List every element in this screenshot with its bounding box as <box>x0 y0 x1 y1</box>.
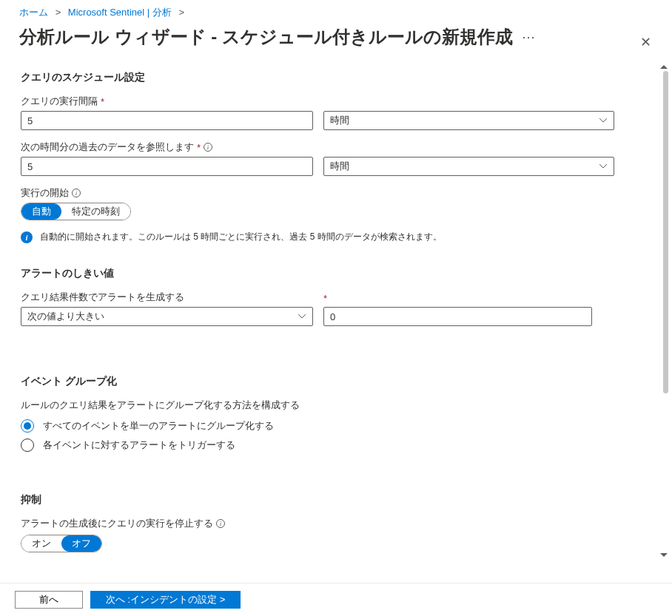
chevron-down-icon <box>599 116 608 125</box>
required-mark: * <box>197 142 201 153</box>
lookback-value-text: 5 <box>27 161 33 172</box>
scrollbar-thumb[interactable] <box>663 71 668 393</box>
run-start-specific[interactable]: 特定の時刻 <box>61 203 130 220</box>
scroll-down-icon[interactable] <box>660 553 668 557</box>
grouping-each-label: 各イベントに対するアラートをトリガーする <box>43 439 235 452</box>
next-button[interactable]: 次へ :インシデントの設定 > <box>90 591 241 609</box>
chevron-down-icon <box>298 312 306 321</box>
run-start-auto[interactable]: 自動 <box>21 203 61 220</box>
radio-unchecked-icon <box>21 439 34 452</box>
section-title-grouping: イベント グループ化 <box>21 375 622 388</box>
suppression-toggle: オン オフ <box>21 535 102 552</box>
info-icon[interactable]: i <box>204 143 212 152</box>
chevron-down-icon <box>599 162 608 171</box>
lookback-value-input[interactable]: 5 <box>21 157 313 176</box>
interval-value-text: 5 <box>27 115 33 126</box>
interval-label: クエリの実行間隔 <box>21 95 98 108</box>
section-title-schedule: クエリのスケジュール設定 <box>21 71 622 84</box>
interval-unit-text: 時間 <box>330 114 349 127</box>
section-title-threshold: アラートのしきい値 <box>21 267 622 280</box>
run-start-toggle: 自動 特定の時刻 <box>21 203 131 220</box>
run-start-label: 実行の開始 <box>21 186 69 200</box>
grouping-label: ルールのクエリ結果をアラートにグループ化する方法を構成する <box>21 399 300 412</box>
threshold-operator-select[interactable]: 次の値より大きい <box>21 307 313 326</box>
breadcrumb-sep: > <box>56 7 61 18</box>
scroll-up-icon[interactable] <box>660 65 668 69</box>
breadcrumb-home[interactable]: ホーム <box>19 7 48 18</box>
interval-unit-select[interactable]: 時間 <box>323 111 614 130</box>
page-header: 分析ルール ウィザード - スケジュール付きルールの新規作成 ⋯ <box>0 22 672 56</box>
required-mark: * <box>323 293 592 304</box>
threshold-value-input[interactable]: 0 <box>323 307 592 326</box>
lookback-unit-text: 時間 <box>330 160 349 173</box>
page-title: 分析ルール ウィザード - スケジュール付きルールの新規作成 <box>19 25 513 49</box>
threshold-value-text: 0 <box>330 311 335 322</box>
breadcrumb: ホーム > Microsoft Sentinel | 分析 > <box>0 0 672 22</box>
grouping-option-each[interactable]: 各イベントに対するアラートをトリガーする <box>21 436 622 455</box>
breadcrumb-sentinel[interactable]: Microsoft Sentinel | 分析 <box>68 7 172 18</box>
interval-value-input[interactable]: 5 <box>21 111 313 130</box>
lookback-unit-select[interactable]: 時間 <box>323 157 614 176</box>
threshold-operator-text: 次の値より大きい <box>27 310 104 323</box>
schedule-info-text: 自動的に開始されます。このルールは 5 時間ごとに実行され、過去 5 時間のデー… <box>40 231 442 243</box>
suppression-on[interactable]: オン <box>21 535 61 552</box>
section-title-suppression: 抑制 <box>21 493 622 507</box>
info-solid-icon: i <box>21 231 33 243</box>
grouping-option-single[interactable]: すべてのイベントを単一のアラートにグループ化する <box>21 416 622 436</box>
close-icon[interactable]: ✕ <box>640 34 651 50</box>
required-mark: * <box>101 96 104 107</box>
radio-checked-icon <box>21 419 34 433</box>
info-icon[interactable]: i <box>216 519 225 528</box>
threshold-label: クエリ結果件数でアラートを生成する <box>21 291 184 304</box>
info-icon[interactable]: i <box>72 189 81 197</box>
lookback-label: 次の時間分の過去のデータを参照します <box>21 141 194 154</box>
prev-button[interactable]: 前へ <box>15 591 83 609</box>
content-area: クエリのスケジュール設定 クエリの実行間隔 * 5 時間 次の時間分の過去のデー… <box>0 56 672 567</box>
suppression-off[interactable]: オフ <box>61 535 101 552</box>
grouping-single-label: すべてのイベントを単一のアラートにグループ化する <box>43 419 274 433</box>
footer-bar: 前へ 次へ :インシデントの設定 > <box>0 583 672 616</box>
more-icon[interactable]: ⋯ <box>522 29 537 45</box>
suppression-label: アラートの生成後にクエリの実行を停止する <box>21 517 213 530</box>
breadcrumb-sep: > <box>178 7 184 18</box>
